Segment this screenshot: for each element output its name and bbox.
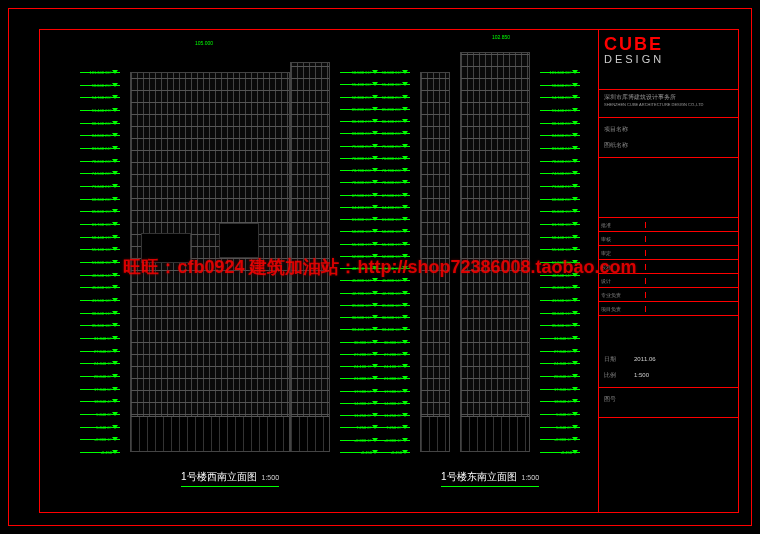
- level-marker: 91.440 27F: [552, 108, 572, 113]
- drawing-canvas[interactable]: 105.000 101.340 30F98.040 29F94.740 28F9…: [40, 30, 598, 512]
- stamp-block: [599, 158, 738, 218]
- info-block: 日期2011.06 比例1:500: [599, 348, 738, 388]
- level-marker: ±0.000 1F: [554, 437, 572, 442]
- level-marker: 7.250 2F: [386, 425, 402, 430]
- approval-row: 项目负责: [599, 302, 738, 316]
- levels-sw-left: 101.340 30F98.040 29F94.740 28F91.440 27…: [80, 72, 120, 452]
- approval-row: 批准: [599, 218, 738, 232]
- level-marker: ±0.000 1F: [94, 437, 112, 442]
- level-marker: 42.700 13F: [382, 290, 402, 295]
- level-marker: 89.200 28F: [352, 106, 372, 111]
- level-marker: 20.840 6F: [94, 374, 112, 379]
- company-block: 深圳市库博建筑设计事务所 SHENZHEN CUBE ARCHITECTURE …: [599, 90, 738, 118]
- level-marker: 88.140 26F: [552, 120, 572, 125]
- level-marker: 11.250 3F: [384, 413, 402, 418]
- level-marker: 70.600 22F: [352, 180, 372, 185]
- level-marker: 91.440 27F: [92, 108, 112, 113]
- level-marker: 84.840 25F: [92, 133, 112, 138]
- level-marker: 55.140 16F: [92, 247, 112, 252]
- level-marker: 51.840 15F: [92, 260, 112, 265]
- level-marker: 38.640 11F: [92, 310, 112, 315]
- level-marker: 31.340 9F: [554, 336, 572, 341]
- level-marker: -0.450: [101, 450, 112, 455]
- levels-se-left: 98.500 31F95.400 30F92.300 29F89.200 28F…: [370, 72, 410, 452]
- level-marker: 67.500 21F: [352, 192, 372, 197]
- level-marker: 79.900 25F: [352, 143, 372, 148]
- level-marker: 52.000 16F: [352, 253, 372, 258]
- level-marker: 76.800 24F: [352, 155, 372, 160]
- level-marker: 83.000 26F: [382, 131, 402, 136]
- level-marker: 27.840 8F: [554, 348, 572, 353]
- level-marker: 71.640 21F: [552, 184, 572, 189]
- level-marker: 61.740 18F: [552, 222, 572, 227]
- level-marker: 35.340 10F: [552, 323, 572, 328]
- level-marker: 58.200 18F: [382, 229, 402, 234]
- level-marker: 68.340 20F: [552, 196, 572, 201]
- level-marker: 61.300 19F: [352, 217, 372, 222]
- level-marker: 86.100 27F: [352, 119, 372, 124]
- building-sw-narrow: [290, 62, 330, 452]
- level-marker: 42.700 13F: [352, 290, 372, 295]
- approval-row: 校对: [599, 260, 738, 274]
- level-marker: 98.040 29F: [552, 82, 572, 87]
- level-marker: 36.500 11F: [382, 315, 402, 320]
- level-marker: 64.400 20F: [382, 204, 402, 209]
- level-marker: 17.900 5F: [384, 388, 402, 393]
- level-marker: 38.640 11F: [552, 310, 572, 315]
- level-marker: 9.840 3F: [556, 412, 572, 417]
- level-marker: 98.500 31F: [352, 70, 372, 75]
- level-marker: 41.940 12F: [92, 298, 112, 303]
- approval-row: 审核: [599, 232, 738, 246]
- level-marker: ±0.000 1F: [384, 437, 402, 442]
- level-marker: 39.600 12F: [382, 302, 402, 307]
- level-marker: 14.800 4F: [384, 400, 402, 405]
- level-marker: 30.300 9F: [384, 339, 402, 344]
- level-marker: 88.140 26F: [92, 120, 112, 125]
- level-marker: 52.000 16F: [382, 253, 402, 258]
- level-marker: 68.340 20F: [92, 196, 112, 201]
- elevation-sw: 105.000 101.340 30F98.040 29F94.740 28F9…: [90, 52, 330, 452]
- level-marker: 89.200 28F: [382, 106, 402, 111]
- approval-row: 审定: [599, 246, 738, 260]
- logo-text-2: DESIGN: [604, 53, 733, 66]
- level-marker: 24.100 7F: [384, 364, 402, 369]
- level-marker: 74.940 22F: [552, 171, 572, 176]
- level-marker: 35.340 10F: [92, 323, 112, 328]
- level-marker: 81.540 24F: [92, 146, 112, 151]
- level-marker: 33.400 10F: [352, 327, 372, 332]
- level-marker: 24.340 7F: [94, 361, 112, 366]
- levels-se-right: 101.340 30F98.040 29F94.740 28F91.440 27…: [540, 72, 580, 452]
- level-marker: 94.740 28F: [552, 95, 572, 100]
- level-marker: 65.040 19F: [92, 209, 112, 214]
- level-marker: 13.840 4F: [94, 399, 112, 404]
- project-block: 项目名称 图纸名称: [599, 118, 738, 158]
- level-marker: 79.900 25F: [382, 143, 402, 148]
- paper-border-outer: 105.000 101.340 30F98.040 29F94.740 28F9…: [8, 8, 752, 526]
- level-marker: 55.140 16F: [552, 247, 572, 252]
- level-marker: 48.900 15F: [352, 266, 372, 271]
- level-marker: 83.000 26F: [352, 131, 372, 136]
- drawing-title-sw: 1号楼西南立面图1:500: [140, 470, 320, 487]
- level-marker: 13.840 4F: [554, 399, 572, 404]
- level-marker: 58.440 17F: [552, 234, 572, 239]
- level-marker: 74.940 22F: [92, 171, 112, 176]
- level-marker: 84.840 25F: [552, 133, 572, 138]
- level-marker: 101.340 30F: [90, 70, 113, 75]
- level-marker: 48.540 14F: [92, 272, 112, 277]
- level-marker: 92.300 29F: [382, 94, 402, 99]
- logo-text-1: CUBE: [604, 35, 733, 53]
- paper-border-inner: 105.000 101.340 30F98.040 29F94.740 28F9…: [39, 29, 739, 513]
- approval-table: 批准审核审定校对设计专业负责项目负责: [599, 218, 738, 348]
- level-marker: 78.240 23F: [552, 158, 572, 163]
- level-marker: 70.600 22F: [382, 180, 402, 185]
- approval-row: 专业负责: [599, 288, 738, 302]
- building-sw-wide: [130, 72, 290, 452]
- title-block: CUBE DESIGN 深圳市库博建筑设计事务所 SHENZHEN CUBE A…: [598, 30, 738, 512]
- level-marker: 98.040 29F: [92, 82, 112, 87]
- level-marker: 95.400 30F: [382, 82, 402, 87]
- level-marker: 86.100 27F: [382, 119, 402, 124]
- level-marker: 36.500 11F: [352, 315, 372, 320]
- level-marker: 58.200 18F: [352, 229, 372, 234]
- level-marker: 48.540 14F: [552, 272, 572, 277]
- level-marker: 33.400 10F: [382, 327, 402, 332]
